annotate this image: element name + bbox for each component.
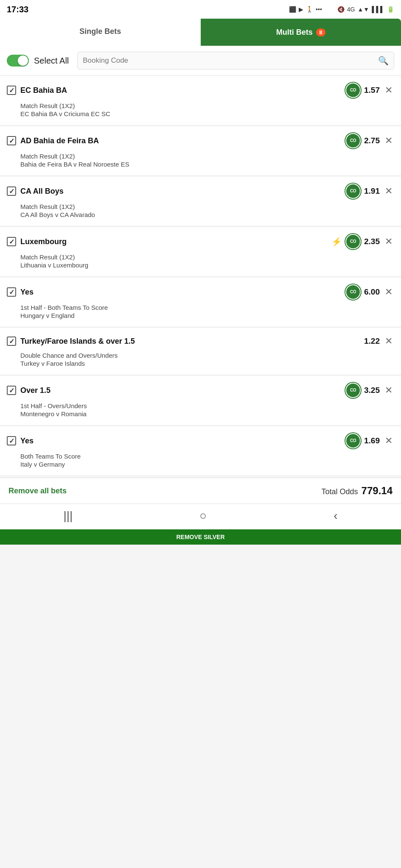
bet-details: Double Chance and Overs/UndersTurkey v F… xyxy=(7,352,394,367)
user-icon: 🚶 xyxy=(306,6,313,13)
bet-close-button[interactable]: ✕ xyxy=(383,286,394,298)
bet-odds: 1.22 xyxy=(364,337,380,346)
bet-title-row: ✓CA All Boys xyxy=(7,186,64,196)
bet-details: Both Teams To ScoreItaly v Germany xyxy=(7,453,394,468)
bet-checkbox[interactable]: ✓ xyxy=(7,86,16,95)
bet-odds-row: CO3.25✕ xyxy=(345,383,394,398)
co-badge: CO xyxy=(345,284,361,300)
bet-name: Yes xyxy=(20,288,34,297)
bet-header: ✓YesCO1.69✕ xyxy=(7,433,394,448)
bet-close-button[interactable]: ✕ xyxy=(383,434,394,447)
bet-checkbox[interactable]: ✓ xyxy=(7,436,16,445)
bet-match: EC Bahia BA v Criciuma EC SC xyxy=(20,110,394,117)
bet-odds-row: CO1.91✕ xyxy=(345,184,394,199)
bet-match: Bahia de Feira BA v Real Noroeste ES xyxy=(20,161,394,168)
bet-header: ✓AD Bahia de Feira BACO2.75✕ xyxy=(7,133,394,148)
nav-menu-icon[interactable]: ||| xyxy=(63,509,73,523)
bet-details: Match Result (1X2)CA All Boys v CA Alvar… xyxy=(7,203,394,218)
checkmark-icon: ✓ xyxy=(9,187,14,195)
booking-code-input-wrap[interactable]: 🔍 xyxy=(77,52,394,70)
bet-card: ✓YesCO1.69✕Both Teams To ScoreItaly v Ge… xyxy=(0,426,401,476)
bet-market: 1st Half - Both Teams To Score xyxy=(20,304,394,311)
bet-odds: 2.35 xyxy=(364,237,380,246)
stop-icon: ⬛ xyxy=(289,6,296,13)
youtube-icon: ▶ xyxy=(299,6,303,13)
bet-market: 1st Half - Overs/Unders xyxy=(20,402,394,409)
bet-card: ✓YesCO6.00✕1st Half - Both Teams To Scor… xyxy=(0,278,401,327)
checkmark-icon: ✓ xyxy=(9,137,14,145)
bet-card: ✓Over 1.5CO3.25✕1st Half - Overs/UndersM… xyxy=(0,376,401,426)
mute-icon: 🔇 xyxy=(337,6,345,13)
more-icon: ••• xyxy=(316,6,322,13)
bet-title-row: ✓AD Bahia de Feira BA xyxy=(7,136,99,145)
bet-checkbox[interactable]: ✓ xyxy=(7,337,16,346)
select-all-toggle-container[interactable]: Select All xyxy=(7,55,69,67)
toggle-thumb xyxy=(18,56,28,66)
bet-checkbox[interactable]: ✓ xyxy=(7,136,16,145)
co-badge: CO xyxy=(345,383,361,398)
bet-market: Match Result (1X2) xyxy=(20,203,394,210)
booking-code-input[interactable] xyxy=(83,56,378,65)
bet-close-button[interactable]: ✕ xyxy=(383,84,394,97)
bet-close-button[interactable]: ✕ xyxy=(383,235,394,248)
bet-close-button[interactable]: ✕ xyxy=(383,185,394,198)
search-icon[interactable]: 🔍 xyxy=(378,56,389,66)
total-odds-label: Total Odds xyxy=(322,487,358,496)
bet-odds: 1.69 xyxy=(364,436,380,445)
bet-name: CA All Boys xyxy=(20,187,64,196)
status-bar: 17:33 ⬛ ▶ 🚶 ••• 🔇 4G ▲▼ ▌▌▌ 🔋 xyxy=(0,0,401,19)
nav-bar: ||| ○ ‹ xyxy=(0,504,401,529)
bet-odds: 2.75 xyxy=(364,136,380,145)
bet-match: Turkey v Faroe Islands xyxy=(20,360,394,367)
bet-title-row: ✓Yes xyxy=(7,287,34,297)
tab-multi-bets[interactable]: Multi Bets 8 xyxy=(201,19,401,46)
bet-market: Double Chance and Overs/Unders xyxy=(20,352,394,359)
bet-close-button[interactable]: ✕ xyxy=(383,134,394,147)
bet-checkbox[interactable]: ✓ xyxy=(7,237,16,246)
bet-close-button[interactable]: ✕ xyxy=(383,335,394,348)
bet-header: ✓CA All BoysCO1.91✕ xyxy=(7,184,394,199)
bet-odds: 6.00 xyxy=(364,287,380,297)
battery-icon: 🔋 xyxy=(387,6,394,13)
bottom-hint: REMOVE SILVER xyxy=(0,529,401,545)
bet-name: Turkey/Faroe Islands & over 1.5 xyxy=(20,337,135,346)
bet-name: EC Bahia BA xyxy=(20,86,67,95)
total-odds-value: 779.14 xyxy=(362,485,393,497)
checkmark-icon: ✓ xyxy=(9,86,14,95)
nav-home-icon[interactable]: ○ xyxy=(199,509,207,523)
select-all-label: Select All xyxy=(34,56,69,66)
bet-title-row: ✓Turkey/Faroe Islands & over 1.5 xyxy=(7,337,135,346)
bet-header: ✓Turkey/Faroe Islands & over 1.51.22✕ xyxy=(7,335,394,348)
nav-back-icon[interactable]: ‹ xyxy=(334,509,337,523)
co-badge: CO xyxy=(345,83,361,98)
total-odds-wrap: Total Odds 779.14 xyxy=(322,485,393,497)
bet-checkbox[interactable]: ✓ xyxy=(7,186,16,196)
bet-odds-row: CO2.75✕ xyxy=(345,133,394,148)
bet-close-button[interactable]: ✕ xyxy=(383,384,394,397)
bet-card: ✓AD Bahia de Feira BACO2.75✕Match Result… xyxy=(0,126,401,176)
bet-checkbox[interactable]: ✓ xyxy=(7,287,16,297)
bet-title-row: ✓Over 1.5 xyxy=(7,386,50,395)
bet-market: Match Result (1X2) xyxy=(20,102,394,109)
bet-odds: 3.25 xyxy=(364,386,380,395)
bet-checkbox[interactable]: ✓ xyxy=(7,386,16,395)
remove-all-button[interactable]: Remove all bets xyxy=(8,487,67,495)
select-all-toggle[interactable] xyxy=(7,55,29,67)
bet-odds-row: CO6.00✕ xyxy=(345,284,394,300)
bet-header: ✓YesCO6.00✕ xyxy=(7,284,394,300)
tab-single-bets[interactable]: Single Bets xyxy=(0,19,201,46)
bet-details: Match Result (1X2)Lithuania v Luxembourg xyxy=(7,253,394,269)
bet-odds-row: 1.22✕ xyxy=(364,335,394,348)
bet-details: Match Result (1X2)Bahia de Feira BA v Re… xyxy=(7,153,394,168)
bet-details: 1st Half - Both Teams To ScoreHungary v … xyxy=(7,304,394,319)
bet-title-row: ✓EC Bahia BA xyxy=(7,86,67,95)
bet-header: ✓Over 1.5CO3.25✕ xyxy=(7,383,394,398)
bet-details: 1st Half - Overs/UndersMontenegro v Roma… xyxy=(7,402,394,417)
bet-title-row: ✓Luxembourg xyxy=(7,237,67,246)
co-badge: CO xyxy=(345,184,361,199)
checkmark-icon: ✓ xyxy=(9,288,14,296)
checkmark-icon: ✓ xyxy=(9,337,14,345)
co-badge: CO xyxy=(345,133,361,148)
bet-card: ✓EC Bahia BACO1.57✕Match Result (1X2)EC … xyxy=(0,76,401,125)
checkmark-icon: ✓ xyxy=(9,238,14,246)
